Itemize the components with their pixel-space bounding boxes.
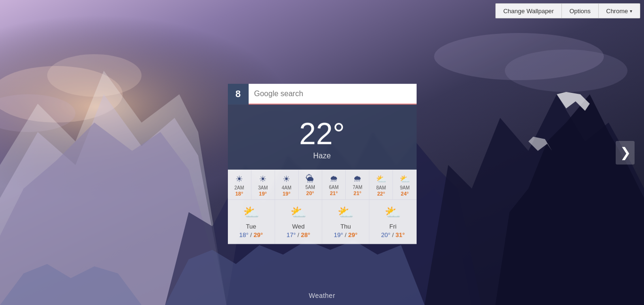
change-wallpaper-button[interactable]: Change Wallpaper <box>495 3 561 18</box>
day-item: ⛅ Fri 20° / 31° <box>369 199 416 244</box>
hour-temp: 24° <box>401 190 409 196</box>
chrome-dropdown-icon: ▾ <box>630 8 632 14</box>
day-high: 29° <box>348 231 358 238</box>
hourly-forecast: ☀ 2AM 18° ☀ 3AM 19° ☀ 4AM 19° 🌦 5AM 20° … <box>228 169 417 199</box>
current-condition: Haze <box>237 151 407 160</box>
day-low: 20° <box>381 231 391 238</box>
day-item: ⛅ Tue 18° / 29° <box>228 199 275 244</box>
hour-icon: ⛅ <box>400 173 410 184</box>
hour-label: 6AM <box>329 184 339 190</box>
hour-temp: 19° <box>259 190 267 196</box>
chrome-button[interactable]: Chrome ▾ <box>599 3 640 18</box>
hour-item: ⛅ 9AM 24° <box>393 170 416 199</box>
hour-item: ☀ 2AM 18° <box>228 170 251 199</box>
day-name: Thu <box>340 223 351 230</box>
hour-item: ☀ 3AM 19° <box>251 170 275 199</box>
hour-label: 9AM <box>400 185 410 190</box>
day-high: 28° <box>301 231 310 238</box>
search-brand-box: 8 <box>228 83 249 104</box>
day-temps: 20° / 31° <box>381 231 405 238</box>
day-icon: ⛅ <box>290 204 307 220</box>
day-icon: ⛅ <box>385 204 401 220</box>
day-icon: ⛅ <box>337 204 354 220</box>
hour-label: 8AM <box>376 185 386 190</box>
current-weather: 22° Haze <box>228 104 417 169</box>
day-icon: ⛅ <box>243 204 259 220</box>
hour-icon: 🌦 <box>306 173 314 183</box>
hour-temp: 19° <box>283 190 291 196</box>
hour-item: ⛅ 8AM 22° <box>369 170 393 199</box>
center-widget: 8 22° Haze ☀ 2AM 18° ☀ 3AM 19° ☀ 4AM 19°… <box>228 83 417 244</box>
day-name: Tue <box>246 223 256 230</box>
search-brand-icon: 8 <box>235 89 241 99</box>
search-bar: 8 <box>228 83 417 104</box>
day-item: ⛅ Wed 17° / 28° <box>275 199 322 244</box>
hour-icon: ☀ <box>283 173 290 184</box>
weather-widget: 22° Haze ☀ 2AM 18° ☀ 3AM 19° ☀ 4AM 19° 🌦… <box>228 104 417 244</box>
hour-temp: 22° <box>377 190 385 196</box>
svg-point-6 <box>505 49 627 92</box>
hour-icon: 🌧 <box>330 173 338 183</box>
hour-item: ☀ 4AM 19° <box>275 170 299 199</box>
hour-temp: 18° <box>235 190 243 196</box>
day-high: 29° <box>254 231 263 238</box>
chrome-label: Chrome <box>606 8 628 15</box>
hour-temp: 20° <box>306 190 314 196</box>
hour-item: 🌦 5AM 20° <box>299 170 322 199</box>
hour-item: 🌧 7AM 21° <box>346 170 369 199</box>
hour-icon: ☀ <box>235 173 243 184</box>
daily-forecast: ⛅ Tue 18° / 29° ⛅ Wed 17° / 28° ⛅ Thu 19… <box>228 199 417 244</box>
options-button[interactable]: Options <box>561 3 599 18</box>
day-low: 17° <box>286 231 296 238</box>
hour-label: 4AM <box>282 185 292 190</box>
hour-icon: ☀ <box>259 173 267 184</box>
day-high: 31° <box>395 231 405 238</box>
hour-label: 7AM <box>352 184 362 190</box>
day-temps: 18° / 29° <box>239 231 263 238</box>
next-arrow-button[interactable]: ❯ <box>616 141 635 165</box>
hour-icon: 🌧 <box>353 173 362 183</box>
day-low: 19° <box>334 231 343 238</box>
hour-item: 🌧 6AM 21° <box>322 170 346 199</box>
day-temps: 17° / 28° <box>286 231 310 238</box>
hour-label: 3AM <box>258 185 268 190</box>
day-item: ⛅ Thu 19° / 29° <box>322 199 369 244</box>
hour-temp: 21° <box>353 190 361 196</box>
hour-temp: 21° <box>330 190 338 196</box>
day-name: Fri <box>389 223 396 230</box>
day-low: 18° <box>239 231 249 238</box>
weather-label: Weather <box>309 292 335 299</box>
topbar: Change Wallpaper Options Chrome ▾ <box>492 0 644 22</box>
hour-icon: ⛅ <box>376 173 386 184</box>
day-temps: 19° / 29° <box>334 231 358 238</box>
hour-label: 2AM <box>234 185 244 190</box>
current-temperature: 22° <box>237 118 407 148</box>
hour-label: 5AM <box>305 184 315 190</box>
day-name: Wed <box>292 223 305 230</box>
svg-point-3 <box>47 54 142 97</box>
search-input[interactable] <box>249 83 417 104</box>
